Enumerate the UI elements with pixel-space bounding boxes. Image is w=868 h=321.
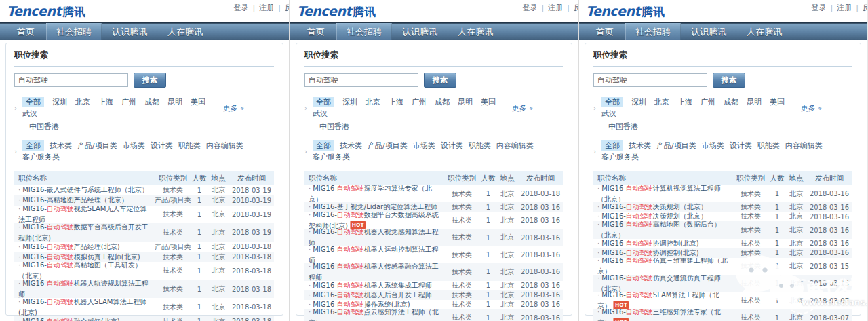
- job-title-link[interactable]: MIG16-自动驾驶机器人运动控制算法工程师: [309, 246, 439, 263]
- location-filter-item[interactable]: 武汉: [22, 109, 37, 118]
- location-filter-item[interactable]: 中国香港: [319, 122, 349, 131]
- location-filter-item[interactable]: 北京: [366, 98, 380, 107]
- location-filter-item[interactable]: 上海: [389, 98, 403, 107]
- category-filter-item[interactable]: 职能类: [469, 141, 491, 150]
- job-title-link[interactable]: MIG16-自动驾驶协调控制(北京): [601, 249, 698, 257]
- tencent-logo[interactable]: Tencent腾讯: [7, 3, 85, 20]
- location-filter-item[interactable]: 上海: [677, 98, 692, 107]
- location-filter-item[interactable]: 深圳: [631, 98, 646, 107]
- location-filter-item[interactable]: 中国香港: [29, 122, 59, 131]
- location-filter-item[interactable]: 深圳: [52, 98, 67, 107]
- register-link[interactable]: 注册: [548, 3, 563, 12]
- category-filter-item[interactable]: 市场类: [702, 141, 724, 150]
- nav-tab-home[interactable]: 首页: [585, 23, 625, 40]
- nav-tab-about-tencent[interactable]: 认识腾讯: [392, 23, 448, 40]
- job-title-link[interactable]: MIG16-自动驾驶仿真三维重建工程师（北京）: [597, 258, 728, 275]
- more-locations-link[interactable]: 更多 »: [800, 102, 822, 114]
- nav-tab-social-recruitment[interactable]: 社会招聘: [625, 23, 681, 40]
- category-filter-item[interactable]: 全部: [22, 140, 44, 151]
- location-filter-item[interactable]: 上海: [98, 98, 113, 107]
- category-filter-item[interactable]: 客户服务类: [313, 153, 350, 162]
- location-filter-item[interactable]: 昆明: [458, 98, 473, 107]
- category-filter-item[interactable]: 技术类: [50, 141, 72, 150]
- search-button[interactable]: 搜索: [424, 73, 456, 88]
- job-title-link[interactable]: MIG16-自动驾驶模拟仿真工程师(北京): [22, 253, 140, 261]
- job-title-link[interactable]: MIG16-自动驾驶决策规划（北京）: [601, 212, 707, 220]
- location-filter-item[interactable]: 广州: [121, 98, 136, 107]
- job-title-link[interactable]: MIG16-自动驾驶深度学习算法专家（北京）: [309, 185, 432, 202]
- job-title-link[interactable]: MIG16-基于视觉/Lidar的定位算法工程师: [313, 203, 437, 210]
- search-button[interactable]: 搜索: [713, 73, 745, 88]
- category-filter-item[interactable]: 职能类: [178, 141, 201, 150]
- login-link[interactable]: 登录: [523, 3, 538, 12]
- more-locations-link[interactable]: 更多 »: [222, 102, 244, 114]
- job-title-link[interactable]: MIG16-自动驾驶机器人后台开发工程师: [313, 291, 432, 299]
- job-title-link[interactable]: MIG16-自动驾驶操作系统(北京): [313, 301, 410, 308]
- nav-tab-home[interactable]: 首页: [5, 23, 46, 40]
- job-title-link[interactable]: MIG16-自动驾驶机器人传感器融合算法工程师: [309, 263, 439, 280]
- category-filter-item[interactable]: 内容编辑类: [785, 141, 823, 150]
- category-filter-item[interactable]: 设计类: [730, 141, 752, 150]
- more-locations-link[interactable]: 更多 »: [511, 102, 533, 114]
- tencent-logo[interactable]: Tencent腾讯: [586, 3, 665, 20]
- category-filter-item[interactable]: 全部: [601, 140, 623, 151]
- location-filter-item[interactable]: 武汉: [601, 109, 616, 118]
- job-title-link[interactable]: MIG16-自动驾驶机器人轨迹规划算法工程师: [18, 280, 149, 298]
- feedback-link[interactable]: 反馈: [863, 3, 867, 12]
- nav-tab-home[interactable]: 首页: [296, 23, 336, 40]
- job-title-link[interactable]: MIG16-嵌入式硬件与系统工程师（北京）: [22, 186, 149, 193]
- search-button[interactable]: 搜索: [134, 73, 166, 88]
- category-filter-item[interactable]: 产品/项目类: [656, 141, 696, 150]
- location-filter-item[interactable]: 中国香港: [608, 122, 638, 131]
- search-input[interactable]: [304, 73, 418, 87]
- job-title-link[interactable]: MIG16-自动驾驶融合感知(北京): [22, 318, 119, 321]
- register-link[interactable]: 注册: [837, 3, 852, 12]
- category-filter-item[interactable]: 内容编辑类: [206, 141, 243, 150]
- category-filter-item[interactable]: 内容编辑类: [496, 141, 534, 150]
- job-title-link[interactable]: MIG16-自动驾驶点云感知算法工程师（北京）: [309, 309, 439, 321]
- job-title-link[interactable]: MIG16-高精地图产品经理（北京）: [22, 196, 128, 204]
- nav-tab-about-tencent[interactable]: 认识腾讯: [681, 23, 736, 40]
- job-title-link[interactable]: MIG16-自动驾驶产品经理(北京): [22, 243, 119, 250]
- category-filter-item[interactable]: 市场类: [413, 141, 435, 150]
- tencent-logo[interactable]: Tencent腾讯: [297, 3, 376, 20]
- location-filter-item[interactable]: 昆明: [167, 98, 182, 107]
- category-filter-item[interactable]: 市场类: [123, 141, 145, 150]
- location-filter-item[interactable]: 全部: [22, 97, 44, 107]
- location-filter-item[interactable]: 全部: [313, 97, 334, 107]
- job-title-link[interactable]: MIG16-自动驾驶数据平台高级后台开发工程师(北京): [18, 223, 149, 241]
- nav-tab-about-tencent[interactable]: 认识腾讯: [102, 23, 157, 40]
- location-filter-item[interactable]: 美国: [191, 98, 205, 107]
- job-title-link[interactable]: MIG16-自动驾驶视觉SLAM无人车定位算法工程师: [18, 206, 146, 223]
- job-title-link[interactable]: MIG16-自动驾驶SLAM算法工程师（北京）HOT: [597, 292, 719, 309]
- job-title-link[interactable]: MIG16-自动驾驶机器人视觉感知算法工程师: [309, 229, 439, 246]
- category-filter-item[interactable]: 产品/项目类: [368, 141, 408, 150]
- nav-tab-people-at-tencent[interactable]: 人在腾讯: [448, 23, 503, 40]
- job-title-link[interactable]: MIG16-自动驾驶仿真交通流仿真工程师（北京）: [597, 275, 721, 292]
- category-filter-item[interactable]: 客户服务类: [22, 153, 60, 162]
- location-filter-item[interactable]: 北京: [654, 98, 669, 107]
- category-filter-item[interactable]: 设计类: [151, 141, 173, 150]
- location-filter-item[interactable]: 广州: [701, 98, 715, 107]
- location-filter-item[interactable]: 美国: [481, 98, 496, 107]
- job-title-link[interactable]: MIG16-自动驾驶机器人系统集成工程师: [313, 282, 432, 289]
- category-filter-item[interactable]: 客户服务类: [601, 153, 639, 162]
- nav-tab-social-recruitment[interactable]: 社会招聘: [46, 23, 102, 40]
- category-filter-item[interactable]: 职能类: [757, 141, 780, 150]
- location-filter-item[interactable]: 成都: [724, 98, 738, 107]
- job-title-link[interactable]: MIG16-自动驾驶数据平台大数据高级系统架构师(北京)HOT: [309, 212, 439, 229]
- job-title-link[interactable]: MIG16-自动驾驶高精地图（数据后台）（北京）: [597, 221, 721, 238]
- category-filter-item[interactable]: 产品/项目类: [77, 141, 117, 150]
- job-title-link[interactable]: MIG16-自动驾驶三维感知算法专家（北京）HOT: [597, 309, 721, 321]
- location-filter-item[interactable]: 广州: [412, 98, 427, 107]
- location-filter-item[interactable]: 深圳: [342, 98, 357, 107]
- job-title-link[interactable]: MIG16-自动驾驶协调控制(北京): [601, 240, 698, 247]
- nav-tab-social-recruitment[interactable]: 社会招聘: [336, 23, 392, 40]
- job-title-link[interactable]: MIG16-自动驾驶高精地图（工具研发）（北京）: [18, 262, 142, 280]
- location-filter-item[interactable]: 成都: [144, 98, 159, 107]
- location-filter-item[interactable]: 昆明: [747, 98, 762, 107]
- category-filter-item[interactable]: 技术类: [629, 141, 651, 150]
- location-filter-item[interactable]: 北京: [75, 98, 90, 107]
- register-link[interactable]: 注册: [259, 3, 274, 12]
- category-filter-item[interactable]: 技术类: [340, 141, 362, 150]
